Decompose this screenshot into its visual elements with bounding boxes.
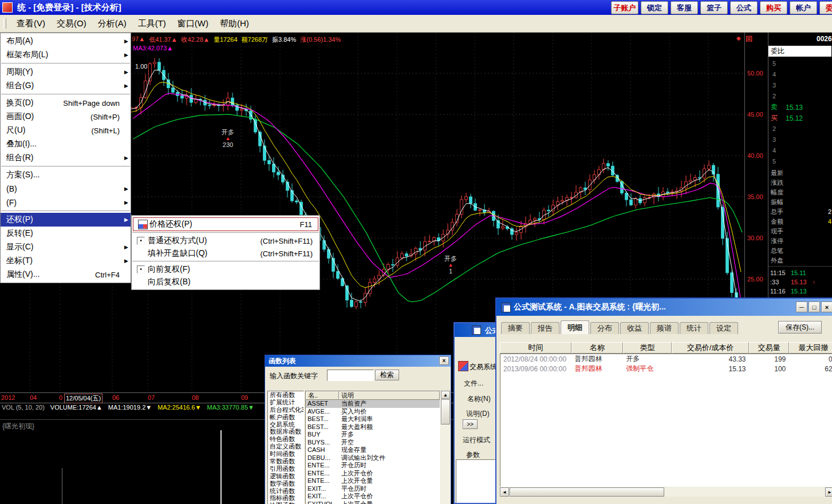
column-header-price[interactable]: 交易价/成本价 <box>672 342 749 354</box>
maximize-button[interactable]: □ <box>809 301 820 312</box>
function-row[interactable]: ASSET 当前资产 <box>306 400 440 408</box>
category-item[interactable]: 数据库函数 <box>268 428 303 435</box>
function-row[interactable]: AVGE... 买入均价 <box>306 408 440 416</box>
category-item[interactable]: 常数函数 <box>268 458 303 465</box>
tab[interactable]: 明细 <box>561 320 589 334</box>
window-titlebar[interactable]: 函数列表 × <box>265 355 451 367</box>
tab[interactable]: 统计 <box>680 322 708 334</box>
search-button[interactable]: 检索 <box>375 370 399 380</box>
expand-button[interactable]: >> <box>463 419 478 429</box>
trade-row[interactable]: 2013/09/06 00:00:00 普邦园林 强制平仓 15.13 100 … <box>500 364 832 374</box>
category-item[interactable]: 所有函数 <box>268 391 303 399</box>
submenu-item-fill-gap[interactable]: 填补开盘缺口(Q) (Ctrl+Shift+F11) <box>132 247 320 260</box>
vertical-scrollbar[interactable]: ▲ <box>441 391 450 504</box>
column-header-time[interactable]: 时间 <box>500 342 571 354</box>
menu-help[interactable]: 帮助(H) <box>214 17 255 31</box>
titlebar-button[interactable]: 帐户 <box>790 1 817 14</box>
menu-item-period[interactable]: 周期(Y)▶ <box>1 65 131 79</box>
titlebar-button[interactable]: 篮子 <box>700 1 728 14</box>
function-row[interactable]: BUYS... 开空 <box>306 439 440 447</box>
category-item[interactable]: 逻辑函数 <box>268 473 303 480</box>
category-item[interactable]: 特色函数 <box>268 435 303 443</box>
submenu-item-normal-adjust[interactable]: • 普通还权方式(U) (Ctrl+Shift+F11) <box>132 235 320 247</box>
menu-item-overlay[interactable]: 叠加(I)... <box>1 137 131 151</box>
menu-item-f[interactable]: (F)▶ <box>1 196 131 209</box>
titlebar-button[interactable]: 公式 <box>730 1 758 14</box>
function-row[interactable]: EXITVOL 上次平仓量 <box>306 501 440 504</box>
function-row[interactable]: BEST... 最大盈利额 <box>306 423 440 431</box>
titlebar-button[interactable]: 客服 <box>671 1 698 14</box>
weibi-row[interactable]: 委比 <box>768 46 831 57</box>
tab[interactable]: 频谱 <box>650 322 679 334</box>
scroll-left-button[interactable]: ◄ <box>500 487 509 497</box>
tab[interactable]: 分布 <box>590 322 619 334</box>
window-titlebar[interactable]: 公式测试系统 - A.图表交易系统 : {曙光初... ─ □ × <box>496 299 832 316</box>
menu-item-page[interactable]: 换页(D)Shift+Page down <box>1 96 131 110</box>
column-header-drawdown[interactable]: 最大回撤 <box>789 342 832 354</box>
pane-restore-icon[interactable]: 回 <box>746 34 752 44</box>
category-item[interactable]: 后台程式化3 <box>268 406 303 414</box>
save-button[interactable]: 保存(S)... <box>778 321 822 334</box>
category-item[interactable]: 时间函数 <box>268 450 303 458</box>
category-item[interactable]: 扩展统计 <box>268 399 303 406</box>
close-button[interactable]: × <box>821 301 832 312</box>
function-row[interactable]: EXIT... 上次平仓价 <box>306 493 440 501</box>
function-list-window[interactable]: 函数列表 × 输入函数关键字 检索 所有函数扩展统计后台程式化3帐户函数交易系统… <box>265 355 451 504</box>
tab[interactable]: 摘要 <box>501 322 530 334</box>
function-row[interactable]: ENTE... 上次开仓价 <box>306 470 440 478</box>
function-table[interactable]: 名.. 说明 ASSET 当前资产 AVGE... 买入均价 <box>305 391 440 504</box>
menu-tools[interactable]: 工具(T) <box>132 17 172 31</box>
function-row[interactable]: BEST... 最大利润率 <box>306 415 440 423</box>
titlebar-button[interactable]: 委托 <box>819 1 832 14</box>
column-header-type[interactable]: 类型 <box>623 342 672 354</box>
submenu-item-backward-adjust[interactable]: 向后复权(B) <box>132 276 320 288</box>
formula-test-window[interactable]: 公式测试系统 - A.图表交易系统 : {曙光初... ─ □ × 摘要报告明细… <box>495 297 832 504</box>
menu-item-frame-layout[interactable]: 框架布局(L)▶ <box>1 48 131 62</box>
column-header-name[interactable]: 名称 <box>571 342 623 354</box>
titlebar-button[interactable]: 购买 <box>760 1 787 14</box>
category-item[interactable]: 引用函数 <box>268 465 303 473</box>
column-header-name[interactable]: 名.. <box>306 391 339 400</box>
menu-item-display[interactable]: 显示(C)▶ <box>1 240 131 254</box>
category-item[interactable]: 交易系统 <box>268 421 303 428</box>
category-item[interactable]: 自定义函数 <box>268 443 303 450</box>
function-categories[interactable]: 所有函数扩展统计后台程式化3帐户函数交易系统数据库函数特色函数自定义函数时间函数… <box>267 391 304 504</box>
pane-marker-icon[interactable]: ◆ <box>736 35 741 41</box>
menu-item-axis[interactable]: 坐标(T)▶ <box>1 254 131 268</box>
minimize-button[interactable]: ─ <box>796 301 807 312</box>
menu-window[interactable]: 窗口(W) <box>172 17 214 31</box>
titlebar-button[interactable]: 子账户 <box>611 1 638 14</box>
scroll-right-button[interactable]: ► <box>825 487 832 497</box>
column-header-desc[interactable]: 说明 <box>339 391 440 400</box>
menu-item-group[interactable]: 组合(R)▶ <box>1 151 131 165</box>
title-bar[interactable]: 统 - [免费登录] - [技术分析] 子账户锁定客服篮子公式购买帐户委托 <box>0 0 832 15</box>
function-row[interactable]: ENTE... 上次开仓量 <box>306 477 440 485</box>
category-item[interactable]: 数学函数 <box>268 480 303 487</box>
scroll-up-button[interactable]: ▲ <box>441 391 450 399</box>
tab[interactable]: 收益 <box>620 322 649 334</box>
category-item[interactable]: 绘图函数 <box>268 502 303 504</box>
submenu-item-forward-adjust[interactable]: • 向前复权(F) <box>132 263 320 276</box>
trade-row[interactable]: 2012/08/24 00:00:00 普邦园林 开多 43.33 199 0. <box>500 354 832 364</box>
tab[interactable]: 报告 <box>531 322 559 334</box>
menu-item-properties[interactable]: 属性(V)...Ctrl+F4 <box>1 268 131 281</box>
category-item[interactable]: 统计函数 <box>268 487 303 495</box>
tab[interactable]: 设定 <box>709 322 738 334</box>
column-header-volume[interactable]: 交易量 <box>749 342 789 354</box>
menu-item-invert[interactable]: 反转(E) <box>1 227 131 240</box>
menu-item-ruler[interactable]: 尺(U)(Shift+L) <box>1 124 131 137</box>
function-row[interactable]: DEBU... 调试输出到文件 <box>306 454 440 462</box>
function-row[interactable]: BUY 开多 <box>306 431 440 439</box>
search-input[interactable] <box>327 370 374 381</box>
menu-item-layout[interactable]: 布局(A)▶ <box>1 34 131 48</box>
horizontal-scrollbar[interactable]: ◄ ► <box>500 487 832 497</box>
menu-gripper[interactable] <box>3 18 6 29</box>
function-row[interactable]: EXIT... 平仓历时 <box>306 485 440 493</box>
menu-item-b[interactable]: (B)▶ <box>1 182 131 196</box>
menu-trade[interactable]: 交易(O) <box>51 17 92 31</box>
function-row[interactable]: ENTE... 开仓历时 <box>306 462 440 470</box>
trade-table[interactable]: 2012/08/24 00:00:00 普邦园林 开多 43.33 199 0.… <box>500 354 832 487</box>
menu-item-adjust[interactable]: 还权(P)▶ <box>1 213 131 227</box>
menu-analysis[interactable]: 分析(A) <box>92 17 132 31</box>
menu-item-scheme[interactable]: 方案(S)... <box>1 168 131 182</box>
